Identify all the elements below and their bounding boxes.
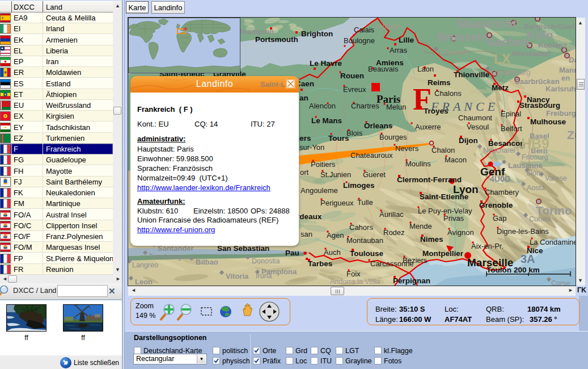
svg-text:Chartres: Chartres [351, 102, 379, 110]
svg-text:Da: Da [569, 56, 576, 64]
svg-text:Mende: Mende [409, 222, 432, 230]
svg-text:Aachen: Aachen [487, 35, 530, 48]
svg-text:Montauban: Montauban [346, 236, 383, 245]
svg-text:Gueret: Gueret [363, 170, 386, 179]
svg-text:Rodez: Rodez [383, 228, 405, 237]
svg-text:Beauvais: Beauvais [368, 65, 399, 73]
svg-text:Brighton: Brighton [301, 30, 333, 38]
svg-text:Grenoble: Grenoble [479, 201, 513, 209]
svg-text:Arras: Arras [390, 46, 408, 54]
svg-text:Aurillac: Aurillac [379, 210, 404, 219]
svg-text:Leon: Leon [135, 278, 153, 286]
svg-text:Mulhouse: Mulhouse [530, 118, 566, 126]
svg-text:Auch: Auch [324, 248, 341, 257]
svg-text:Toulouse: Toulouse [350, 249, 383, 258]
svg-text:Andorra la Vella: Andorra la Vella [330, 278, 380, 286]
svg-text:Epinal: Epinal [501, 110, 521, 118]
svg-text:Brussels: Brussels [437, 30, 488, 43]
svg-text:Moulins: Moulins [405, 160, 431, 168]
svg-text:Metz: Metz [492, 83, 509, 92]
svg-text:Rouen: Rouen [340, 72, 364, 80]
svg-text:Digne-les-Bains: Digne-les-Bains [497, 227, 549, 236]
svg-text:Karlsruhe: Karlsruhe [545, 85, 576, 93]
svg-text:Chalons: Chalons [434, 89, 462, 98]
svg-text:en: en [561, 74, 570, 82]
svg-text:Luxembourg: Luxembourg [491, 69, 531, 77]
svg-text:Tarbes: Tarbes [308, 259, 332, 268]
svg-text:Reims: Reims [428, 78, 451, 87]
svg-text:Melun: Melun [386, 103, 406, 111]
svg-text:Pau: Pau [285, 249, 299, 257]
svg-text:Blois: Blois [346, 129, 363, 137]
svg-text:Koblenz: Koblenz [538, 41, 567, 49]
svg-text:Sion: Sion [526, 169, 540, 177]
svg-text:La Condamine: La Condamine [530, 238, 576, 246]
svg-text:Zu: Zu [567, 128, 576, 141]
svg-text:Alencon: Alencon [309, 102, 336, 110]
svg-text:Mannheim: Mannheim [559, 66, 576, 74]
svg-text:san: san [301, 230, 312, 238]
svg-text:Belfort: Belfort [501, 124, 522, 133]
svg-text:Foix: Foix [346, 270, 361, 278]
svg-text:Vitoria: Vitoria [226, 272, 249, 280]
svg-text:Le Havre: Le Havre [310, 59, 342, 68]
svg-text:Tulle: Tulle [357, 198, 373, 207]
svg-text:Neuchatel: Neuchatel [483, 146, 515, 154]
svg-text:Wiesbaden: Wiesbaden [512, 49, 551, 58]
svg-text:Langreo: Langreo [132, 261, 158, 269]
svg-text:Vesoul: Vesoul [467, 123, 489, 131]
svg-text:Thionville: Thionville [454, 70, 489, 79]
svg-text:Pamplona: Pamplona [261, 267, 297, 276]
svg-text:an: an [299, 94, 308, 102]
svg-text:Chaumont: Chaumont [458, 114, 492, 122]
svg-text:HB9: HB9 [521, 136, 549, 152]
svg-text:Auxerre: Auxerre [415, 123, 441, 131]
svg-text:Montpellier: Montpellier [422, 249, 464, 258]
svg-text:thampton: thampton [240, 27, 274, 36]
svg-text:Portsmouth: Portsmouth [255, 35, 298, 44]
svg-text:Torrelavega: Torrelavega [149, 253, 185, 261]
svg-text:Orleans: Orleans [364, 121, 392, 130]
svg-text:Corse: Corse [551, 279, 570, 286]
svg-text:Calais: Calais [354, 26, 375, 34]
svg-text:4U0G: 4U0G [490, 174, 511, 183]
svg-text:Fribourg: Fribourg [522, 153, 548, 161]
svg-text:Lausanne: Lausanne [508, 161, 543, 170]
svg-text:Dijon: Dijon [459, 136, 478, 145]
svg-text:200 km: 200 km [514, 266, 540, 274]
svg-text:Aosta: Aosta [527, 184, 545, 192]
svg-text:Boulogne: Boulogne [344, 36, 375, 45]
svg-text:Chambery: Chambery [485, 188, 519, 196]
svg-text:Nevers: Nevers [395, 144, 419, 153]
svg-text:sur-Yon: sur-Yon [299, 143, 324, 152]
svg-text:Le Mans: Le Mans [311, 116, 342, 125]
svg-text:Toulon: Toulon [487, 266, 511, 274]
svg-text:Maastricht: Maastricht [457, 18, 517, 30]
svg-text:Perpignan: Perpignan [393, 276, 430, 285]
svg-text:Bourges: Bourges [379, 133, 407, 141]
svg-text:Bilbao: Bilbao [196, 258, 218, 266]
svg-text:3A: 3A [521, 253, 535, 265]
svg-text:Laon: Laon [417, 65, 434, 73]
svg-text:Bergisch-Glad: Bergisch-Glad [524, 22, 574, 31]
svg-text:Poitiers: Poitiers [311, 160, 336, 169]
svg-text:Cuneo: Cuneo [529, 215, 550, 223]
svg-text:Perigueux: Perigueux [320, 199, 354, 207]
svg-text:Kortrijk: Kortrijk [378, 23, 400, 31]
svg-text:Cahors: Cahors [349, 223, 373, 232]
svg-text:Troyes: Troyes [424, 107, 449, 115]
svg-text:LX: LX [494, 52, 511, 66]
svg-text:ort: ort [300, 168, 309, 177]
svg-text:Varese: Varese [545, 174, 567, 182]
svg-text:Saint-Etienne: Saint-Etienne [420, 192, 469, 201]
svg-text:Clermont-Ferrand: Clermont-Ferrand [397, 175, 462, 184]
svg-text:Avignon: Avignon [447, 228, 474, 237]
svg-text:Privas: Privas [443, 214, 464, 223]
svg-text:Limoges: Limoges [343, 181, 375, 190]
svg-text:Chateauroux: Chateauroux [350, 151, 393, 160]
svg-text:Charlerol: Charlerol [439, 48, 468, 56]
svg-text:Freiburg: Freiburg [546, 109, 576, 118]
svg-text:Aix-en-Pr.: Aix-en-Pr. [471, 242, 504, 250]
svg-text:Angouleme: Angouleme [301, 186, 338, 195]
svg-text:Evreux: Evreux [343, 85, 366, 94]
